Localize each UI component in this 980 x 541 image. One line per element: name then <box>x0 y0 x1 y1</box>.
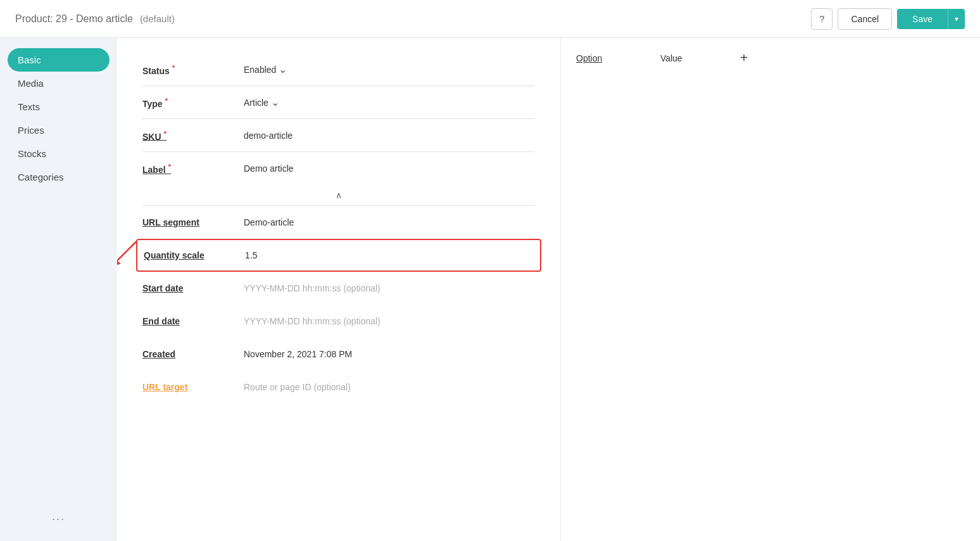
save-button[interactable]: Save <box>897 9 948 29</box>
sidebar-item-texts[interactable]: Texts <box>8 95 110 118</box>
collapse-icon: ∧ <box>336 190 342 200</box>
form-row-wrapper-start-date: Start dateYYYY-MM-DD hh:mm:ss (optional) <box>142 272 535 305</box>
help-button[interactable]: ? <box>811 8 832 30</box>
save-button-group: Save ▾ <box>897 9 965 29</box>
field-value-url-segment[interactable]: Demo-article <box>244 217 535 227</box>
field-value-sku[interactable]: demo-article <box>244 130 535 141</box>
field-label-created[interactable]: Created <box>142 349 244 359</box>
field-value-start-date[interactable]: YYYY-MM-DD hh:mm:ss (optional) <box>244 283 535 293</box>
field-value-url-target[interactable]: Route or page ID (optional) <box>244 382 535 392</box>
field-value-status[interactable]: Enabled ⌄ <box>244 63 535 75</box>
select-value: Enabled <box>244 65 276 75</box>
header: Product: 29 - Demo article (default) ? C… <box>0 0 980 38</box>
field-value-label[interactable]: Demo article <box>244 163 535 174</box>
form-row-sku: SKU *demo-article <box>142 119 535 152</box>
title-suffix: (default) <box>140 13 175 24</box>
field-label-end-date[interactable]: End date <box>142 316 244 326</box>
right-panel-header: Option Value + <box>576 51 748 65</box>
select-value: Article <box>244 98 268 108</box>
sidebar-more-dots[interactable]: ··· <box>8 507 110 531</box>
sidebar-item-stocks[interactable]: Stocks <box>8 142 110 165</box>
field-value-end-date[interactable]: YYYY-MM-DD hh:mm:ss (optional) <box>244 316 535 326</box>
value-column-header: Value <box>660 53 682 63</box>
field-label-label[interactable]: Label * <box>142 162 244 175</box>
title-text: Product: 29 - Demo article <box>15 13 133 24</box>
form-row-start-date: Start dateYYYY-MM-DD hh:mm:ss (optional) <box>142 272 535 305</box>
option-column-header[interactable]: Option <box>576 53 602 63</box>
field-label-status: Status * <box>142 63 244 76</box>
field-value-created[interactable]: November 2, 2021 7:08 PM <box>244 349 535 359</box>
field-label-url-segment[interactable]: URL segment <box>142 217 244 227</box>
form-row-status: Status *Enabled ⌄ <box>142 53 535 86</box>
form-row-url-segment: URL segmentDemo-article <box>142 206 535 239</box>
field-label-start-date[interactable]: Start date <box>142 283 244 293</box>
save-dropdown-button[interactable]: ▾ <box>948 9 965 29</box>
sidebar: BasicMediaTextsPricesStocksCategories ··… <box>0 38 117 541</box>
form-row-wrapper-url-segment: URL segmentDemo-article <box>142 206 535 239</box>
field-label-type: Type * <box>142 96 244 109</box>
collapse-button[interactable]: ∧ <box>142 185 535 206</box>
cancel-button[interactable]: Cancel <box>838 8 892 30</box>
field-label-url-target[interactable]: URL target <box>142 382 244 392</box>
form-row-type: Type *Article ⌄ <box>142 86 535 119</box>
sidebar-item-basic[interactable]: Basic <box>8 48 110 72</box>
field-value-quantity-scale[interactable]: 1.5 <box>245 250 534 260</box>
chevron-down-icon: ⌄ <box>279 64 287 75</box>
field-label-quantity-scale[interactable]: Quantity scale <box>144 250 245 260</box>
header-actions: ? Cancel Save ▾ <box>811 8 965 30</box>
page-title: Product: 29 - Demo article (default) <box>15 12 175 25</box>
svg-line-1 <box>117 242 136 264</box>
form-row-created: CreatedNovember 2, 2021 7:08 PM <box>142 338 535 371</box>
sidebar-item-prices[interactable]: Prices <box>8 118 110 142</box>
form-row-end-date: End dateYYYY-MM-DD hh:mm:ss (optional) <box>142 305 535 338</box>
content-area: Status *Enabled ⌄Type *Article ⌄SKU *dem… <box>117 38 980 541</box>
field-value-type[interactable]: Article ⌄ <box>244 96 535 108</box>
right-panel: Option Value + <box>560 38 763 541</box>
form-row-wrapper-url-target: URL targetRoute or page ID (optional) <box>142 371 535 404</box>
add-option-button[interactable]: + <box>740 51 748 65</box>
form-row-quantity-scale: Quantity scale1.5 <box>136 239 541 272</box>
form-row-wrapper-end-date: End dateYYYY-MM-DD hh:mm:ss (optional) <box>142 305 535 338</box>
form-row-label: Label *Demo article <box>142 152 535 185</box>
field-label-sku[interactable]: SKU * <box>142 129 244 142</box>
form-row-wrapper-created: CreatedNovember 2, 2021 7:08 PM <box>142 338 535 371</box>
form-area: Status *Enabled ⌄Type *Article ⌄SKU *dem… <box>117 38 560 541</box>
sidebar-item-media[interactable]: Media <box>8 72 110 95</box>
form-row-url-target: URL targetRoute or page ID (optional) <box>142 371 535 404</box>
sidebar-item-categories[interactable]: Categories <box>8 165 110 189</box>
chevron-down-icon: ⌄ <box>271 97 279 108</box>
form-row-wrapper-quantity-scale: Quantity scale1.5 <box>142 239 535 272</box>
main-layout: BasicMediaTextsPricesStocksCategories ··… <box>0 38 980 541</box>
